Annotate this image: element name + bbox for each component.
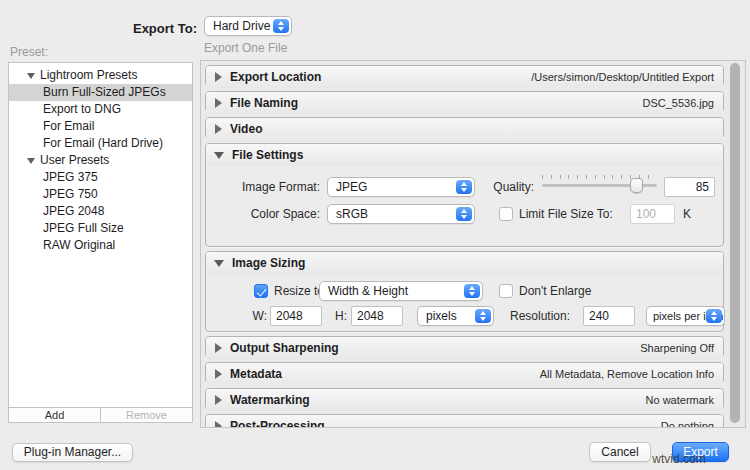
add-preset-button[interactable]: Add xyxy=(8,407,101,423)
height-label: H: xyxy=(328,306,347,326)
resize-to-fit-dropdown[interactable]: Width & Height xyxy=(319,281,483,301)
dont-enlarge-label: Don't Enlarge xyxy=(519,281,591,301)
export-location-summary: /Users/simon/Desktop/Untitled Export xyxy=(531,71,723,83)
resize-to-fit-checkbox[interactable] xyxy=(254,284,268,298)
triangle-right-icon xyxy=(215,421,222,428)
section-video: Video xyxy=(205,117,724,139)
section-file-settings: File Settings Image Format: JPEG Quality… xyxy=(205,143,724,247)
triangle-right-icon xyxy=(215,124,222,134)
preset-item-jpeg-750[interactable]: JPEG 750 xyxy=(9,186,192,203)
section-file-naming-header[interactable]: File Naming DSC_5536.jpg xyxy=(206,92,723,114)
resolution-field[interactable] xyxy=(583,306,635,326)
triangle-right-icon xyxy=(215,343,222,353)
preset-list: Lightroom Presets Burn Full-Sized JPEGs … xyxy=(8,62,193,408)
export-to-label: Export To: xyxy=(0,21,197,36)
section-metadata: Metadata All Metadata, Remove Location I… xyxy=(205,362,724,384)
preset-item-for-email-hard-drive[interactable]: For Email (Hard Drive) xyxy=(9,135,192,152)
section-output-sharpening-header[interactable]: Output Sharpening Sharpening Off xyxy=(206,337,723,359)
preset-item-raw-original[interactable]: RAW Original xyxy=(9,237,192,254)
watermarking-summary: No watermark xyxy=(646,394,723,406)
section-export-location: Export Location /Users/simon/Desktop/Unt… xyxy=(205,65,724,87)
quality-slider-thumb[interactable] xyxy=(630,178,643,193)
export-one-file-subtitle: Export One File xyxy=(204,41,287,55)
file-settings-content: Image Format: JPEG Quality: Color Space:… xyxy=(206,166,723,246)
section-export-location-header[interactable]: Export Location /Users/simon/Desktop/Unt… xyxy=(206,66,723,88)
preset-item-for-email[interactable]: For Email xyxy=(9,118,192,135)
triangle-right-icon xyxy=(215,395,222,405)
preset-label: Preset: xyxy=(10,45,48,59)
section-file-settings-header[interactable]: File Settings xyxy=(206,144,723,166)
metadata-summary: All Metadata, Remove Location Info xyxy=(540,368,723,380)
section-post-processing: Post-Processing Do nothing xyxy=(205,414,724,428)
preset-list-buttons: Add Remove xyxy=(8,407,193,423)
limit-file-size-checkbox[interactable] xyxy=(499,207,513,221)
up-down-chevrons-icon xyxy=(273,19,289,33)
section-output-sharpening: Output Sharpening Sharpening Off xyxy=(205,336,724,358)
height-field[interactable] xyxy=(351,306,403,326)
remove-preset-button[interactable]: Remove xyxy=(101,407,193,423)
triangle-down-icon xyxy=(27,73,35,79)
file-naming-summary: DSC_5536.jpg xyxy=(642,97,723,109)
section-post-processing-header[interactable]: Post-Processing Do nothing xyxy=(206,415,723,428)
section-video-header[interactable]: Video xyxy=(206,118,723,140)
export-to-dropdown[interactable]: Hard Drive xyxy=(204,16,292,36)
post-processing-summary: Do nothing xyxy=(661,420,723,428)
panel-scrollbar-thumb[interactable] xyxy=(730,63,740,423)
triangle-right-icon xyxy=(215,369,222,379)
section-file-naming: File Naming DSC_5536.jpg xyxy=(205,91,724,113)
section-watermarking: Watermarking No watermark xyxy=(205,388,724,410)
limit-file-size-unit: K xyxy=(683,204,691,224)
preset-item-burn-full-sized-jpegs[interactable]: Burn Full-Sized JPEGs xyxy=(9,84,192,101)
preset-group-user-presets[interactable]: User Presets xyxy=(9,152,192,169)
resolution-label: Resolution: xyxy=(510,306,570,326)
preset-group-lightroom-presets[interactable]: Lightroom Presets xyxy=(9,67,192,84)
watermark-text: wtvid.com xyxy=(633,452,725,466)
image-sizing-content: Resize to Fit: Width & Height Don't Enla… xyxy=(206,274,723,331)
limit-file-size-field[interactable] xyxy=(630,204,675,224)
triangle-down-icon xyxy=(214,152,224,159)
preset-item-jpeg-2048[interactable]: JPEG 2048 xyxy=(9,203,192,220)
color-space-label: Color Space: xyxy=(206,204,320,224)
quality-value-field[interactable] xyxy=(664,177,715,197)
triangle-right-icon xyxy=(215,98,222,108)
size-unit-dropdown[interactable]: pixels xyxy=(417,306,494,326)
width-label: W: xyxy=(236,306,267,326)
quality-label: Quality: xyxy=(446,177,534,197)
section-metadata-header[interactable]: Metadata All Metadata, Remove Location I… xyxy=(206,363,723,385)
triangle-down-icon xyxy=(214,260,224,267)
section-image-sizing-header[interactable]: Image Sizing xyxy=(206,252,723,274)
up-down-chevrons-icon xyxy=(464,284,480,298)
triangle-down-icon xyxy=(27,158,35,164)
plugin-manager-button[interactable]: Plug-in Manager... xyxy=(12,443,133,462)
image-format-label: Image Format: xyxy=(206,177,320,197)
color-space-dropdown[interactable]: sRGB xyxy=(327,204,475,224)
up-down-chevrons-icon xyxy=(475,309,491,323)
section-image-sizing: Image Sizing Resize to Fit: Width & Heig… xyxy=(205,251,724,332)
triangle-right-icon xyxy=(215,72,222,82)
export-settings-panel: Export Location /Users/simon/Desktop/Unt… xyxy=(200,60,746,428)
output-sharpening-summary: Sharpening Off xyxy=(640,342,723,354)
preset-item-jpeg-375[interactable]: JPEG 375 xyxy=(9,169,192,186)
section-watermarking-header[interactable]: Watermarking No watermark xyxy=(206,389,723,411)
width-field[interactable] xyxy=(270,306,322,326)
preset-item-export-to-dng[interactable]: Export to DNG xyxy=(9,101,192,118)
up-down-chevrons-icon xyxy=(456,207,472,221)
resolution-unit-dropdown[interactable]: pixels per inch xyxy=(646,306,725,326)
up-down-chevrons-icon xyxy=(706,309,722,323)
limit-file-size-label: Limit File Size To: xyxy=(519,204,613,224)
dont-enlarge-checkbox[interactable] xyxy=(499,284,513,298)
preset-item-jpeg-full-size[interactable]: JPEG Full Size xyxy=(9,220,192,237)
